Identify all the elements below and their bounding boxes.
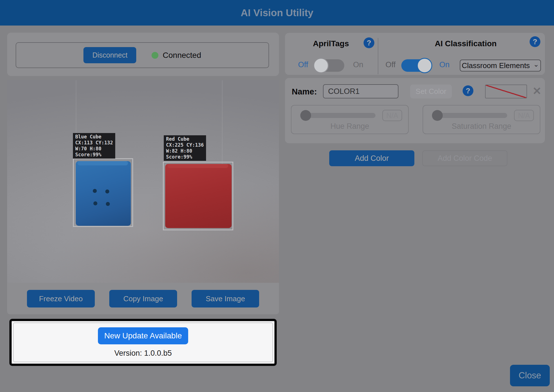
saturation-range-group: N/A Saturation Range [423,105,540,134]
set-color-button[interactable]: Set Color [410,85,452,98]
apriltags-help-icon[interactable]: ? [364,37,374,48]
detection-class: Blue Cube [75,134,113,140]
ai-classification-help-icon[interactable]: ? [530,36,540,47]
detection-box-red [163,162,233,230]
chevron-down-icon: ⌄ [533,63,539,66]
version-label: Version: 1.0.0.b5 [114,349,172,358]
detection-size: W:70 H:80 [75,146,113,152]
detection-label-blue: Blue Cube CX:113 CY:132 W:70 H:80 Score:… [73,133,115,159]
color-name-input[interactable] [323,84,398,98]
apriltags-on-label: On [347,60,370,69]
new-update-button[interactable]: New Update Available [98,327,188,344]
copy-image-button[interactable]: Copy Image [109,290,177,307]
update-panel: New Update Available Version: 1.0.0.b5 [9,319,277,366]
hue-value: N/A [382,110,402,121]
toggle-knob [417,58,432,73]
ai-on-label: On [433,60,456,69]
page-title: AI Vision Utility [0,0,554,26]
apriltags-off-label: Off [292,60,314,69]
apriltags-title: AprilTags [302,39,360,48]
detection-label-red: Red Cube CX:225 CY:136 W:82 H:80 Score:9… [164,135,206,161]
update-panel-inner: New Update Available Version: 1.0.0.b5 [13,323,273,362]
saturation-value: N/A [514,110,534,121]
color-config-panel: Name: Set Color ? ✕ N/A Hue Range N/A Sa… [285,78,545,143]
connection-status-box: Disconnect Connected [16,42,269,68]
ai-off-label: Off [379,60,402,69]
section-divider [378,38,378,74]
detection-center: CX:113 CY:132 [75,140,113,146]
detection-score: Score:99% [166,154,204,160]
detection-center: CX:225 CY:136 [166,142,204,148]
ai-vision-utility-window: AI Vision Utility Disconnect Connected [0,0,554,392]
hue-slider-track [306,113,375,118]
classification-model-select[interactable]: Classroom Elements ⌄ [460,60,541,71]
title-bar: AI Vision Utility [0,0,554,26]
saturation-slider-track [437,113,507,118]
status-dot [152,52,158,59]
detection-size: W:82 H:80 [166,148,204,154]
ai-classification-toggle[interactable] [401,59,431,72]
apriltags-toggle[interactable] [315,59,344,72]
camera-panel: Blue Cube CX:113 CY:132 W:70 H:80 Score:… [7,80,279,314]
connection-status-label: Connected [163,51,201,60]
selected-model-label: Classroom Elements [462,61,530,70]
close-button[interactable]: Close [510,365,550,386]
connection-panel: Disconnect Connected [7,33,279,76]
freeze-video-button[interactable]: Freeze Video [27,290,95,307]
color-swatch[interactable] [485,85,527,98]
add-color-button[interactable]: Add Color [329,150,414,166]
toggle-knob [313,58,329,73]
detection-score: Score:99% [75,152,113,158]
disconnect-button[interactable]: Disconnect [83,47,136,63]
camera-view[interactable]: Blue Cube CX:113 CY:132 W:70 H:80 Score:… [7,80,279,283]
connection-status: Connected [152,51,201,60]
hue-range-group: N/A Hue Range [291,105,409,134]
saturation-slider-handle[interactable] [432,110,443,121]
detection-settings-panel: AprilTags ? Off On AI Classification ? O… [285,33,545,75]
detection-box-blue [73,158,133,227]
hue-range-label: Hue Range [291,122,408,131]
save-image-button[interactable]: Save Image [192,290,259,307]
color-help-icon[interactable]: ? [463,85,473,96]
name-label: Name: [292,87,317,96]
hue-slider-handle[interactable] [300,110,311,121]
saturation-range-label: Saturation Range [423,122,540,131]
remove-color-icon[interactable]: ✕ [532,84,542,98]
detection-class: Red Cube [166,136,204,142]
add-color-code-button[interactable]: Add Color Code [422,150,507,166]
ai-classification-title: AI Classification [423,39,508,48]
